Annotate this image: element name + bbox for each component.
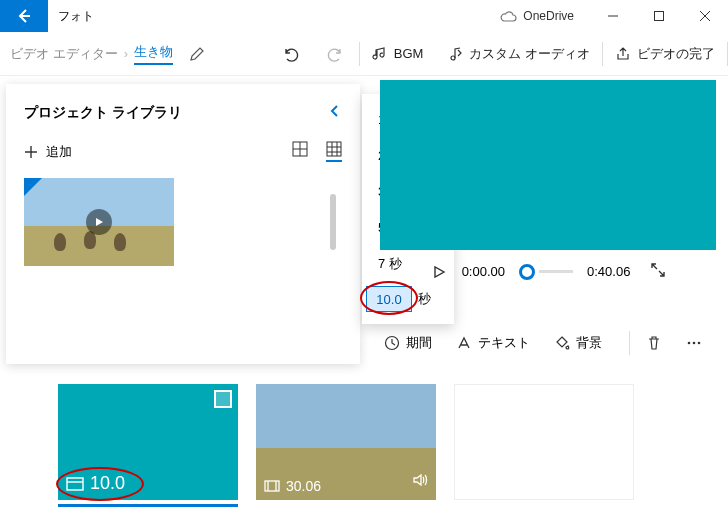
chevron-left-icon	[328, 104, 342, 118]
project-library-panel: プロジェクト ライブラリ 追加	[6, 84, 360, 364]
text-icon	[456, 335, 472, 351]
library-scrollbar[interactable]	[330, 194, 336, 250]
fullscreen-icon	[650, 262, 666, 278]
onedrive-status[interactable]: OneDrive	[499, 9, 574, 23]
clip-checkbox[interactable]	[214, 390, 232, 408]
arrow-left-icon	[16, 8, 32, 24]
pencil-icon[interactable]	[189, 46, 205, 62]
slider-thumb-icon	[519, 264, 535, 280]
player-controls: 0:00.00 0:40.06	[380, 262, 716, 281]
undo-button[interactable]	[267, 32, 313, 76]
main-toolbar: ビデオ エディター › 生き物 BGM カスタム オーディオ ビデオの完了	[0, 32, 728, 76]
view-grid-small-button[interactable]	[292, 141, 308, 162]
redo-icon	[327, 45, 345, 63]
custom-audio-label: カスタム オーディオ	[469, 45, 590, 63]
svg-point-6	[693, 342, 696, 345]
clip2-duration: 30.06	[286, 478, 321, 494]
storyboard-clip-2[interactable]: 30.06	[256, 384, 436, 500]
play-overlay-icon	[86, 209, 112, 235]
storyboard-clip-1[interactable]: 10.0	[58, 384, 238, 500]
film-icon	[264, 480, 280, 492]
finish-label: ビデオの完了	[637, 45, 715, 63]
view-grid-large-button[interactable]	[326, 141, 342, 162]
svg-rect-3	[327, 142, 341, 156]
collapse-button[interactable]	[328, 102, 342, 123]
svg-point-7	[698, 342, 701, 345]
duration-button[interactable]: 期間	[376, 330, 440, 356]
breadcrumb-root[interactable]: ビデオ エディター	[10, 45, 118, 63]
minimize-button[interactable]	[590, 0, 636, 32]
plus-icon	[24, 145, 38, 159]
clip1-duration: 10.0	[90, 473, 125, 494]
time-current: 0:00.00	[462, 264, 505, 279]
library-title: プロジェクト ライブラリ	[24, 104, 328, 122]
time-total: 0:40.06	[587, 264, 630, 279]
card-icon	[66, 477, 84, 491]
play-icon	[432, 265, 446, 279]
clip-toolbar: 期間 テキスト 背景	[376, 330, 710, 356]
svg-point-5	[688, 342, 691, 345]
background-label: 背景	[576, 334, 602, 352]
content-area: プロジェクト ライブラリ 追加	[0, 76, 728, 529]
thumbnail-content	[296, 458, 341, 476]
ellipsis-icon	[686, 335, 702, 351]
clip-selection-underline	[58, 504, 238, 507]
svg-rect-0	[655, 12, 664, 21]
svg-rect-8	[67, 478, 83, 490]
storyboard-placeholder[interactable]	[454, 384, 634, 500]
video-preview	[380, 80, 716, 250]
duration-unit-label: 秒	[418, 290, 431, 308]
preview-area: 0:00.00 0:40.06	[380, 76, 716, 281]
cloud-icon	[499, 10, 517, 22]
duration-label: 期間	[406, 334, 432, 352]
speaker-icon	[412, 472, 428, 492]
seek-slider[interactable]	[519, 264, 573, 280]
background-button[interactable]: 背景	[546, 330, 610, 356]
play-button[interactable]	[430, 263, 448, 281]
more-button[interactable]	[678, 331, 710, 355]
audio-settings-icon	[447, 46, 463, 62]
breadcrumb-current[interactable]: 生き物	[134, 43, 173, 65]
close-button[interactable]	[682, 0, 728, 32]
onedrive-label: OneDrive	[523, 9, 574, 23]
clock-icon	[384, 335, 400, 351]
bgm-label: BGM	[394, 46, 424, 61]
text-button[interactable]: テキスト	[448, 330, 538, 356]
breadcrumb: ビデオ エディター › 生き物	[10, 43, 205, 65]
music-icon	[372, 46, 388, 62]
custom-audio-button[interactable]: カスタム オーディオ	[435, 32, 602, 76]
titlebar: フォト OneDrive	[0, 0, 728, 32]
maximize-button[interactable]	[636, 0, 682, 32]
back-button[interactable]	[0, 0, 48, 32]
redo-button[interactable]	[313, 32, 359, 76]
finish-video-button[interactable]: ビデオの完了	[603, 32, 727, 76]
text-label: テキスト	[478, 334, 530, 352]
add-label: 追加	[46, 143, 72, 161]
paint-icon	[554, 335, 570, 351]
app-title: フォト	[58, 8, 94, 25]
storyboard: 10.0 30.06	[58, 384, 710, 500]
library-clip-thumbnail[interactable]	[24, 178, 174, 266]
bgm-button[interactable]: BGM	[360, 32, 436, 76]
add-media-button[interactable]: 追加	[24, 143, 72, 161]
chevron-right-icon: ›	[124, 46, 128, 61]
trash-icon	[646, 335, 662, 351]
svg-rect-9	[265, 481, 279, 491]
used-indicator-icon	[24, 178, 42, 196]
delete-button[interactable]	[638, 331, 670, 355]
export-icon	[615, 46, 631, 62]
fullscreen-button[interactable]	[650, 262, 666, 281]
duration-input[interactable]	[366, 286, 412, 312]
svg-point-1	[451, 56, 455, 60]
undo-icon	[281, 45, 299, 63]
